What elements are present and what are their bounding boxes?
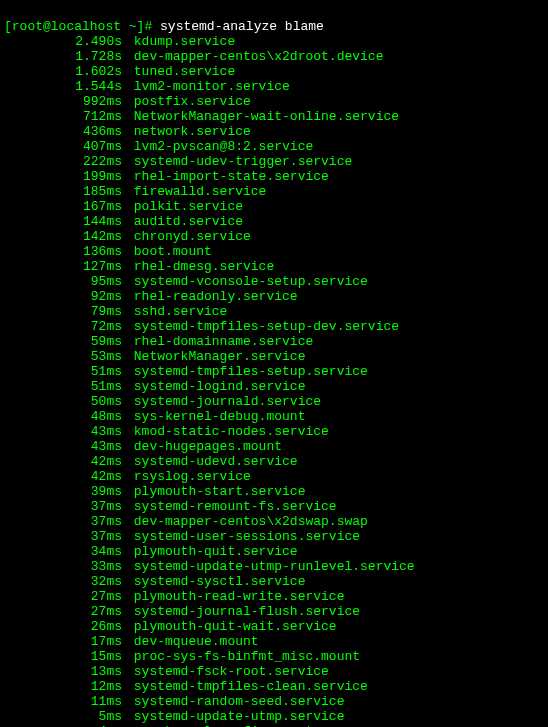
time-value: 167ms (56, 199, 122, 214)
blame-entry: 32ms systemd-sysctl.service (4, 574, 544, 589)
blame-entry: 48ms sys-kernel-debug.mount (4, 409, 544, 424)
time-value: 37ms (56, 514, 122, 529)
blame-entry: 15ms proc-sys-fs-binfmt_misc.mount (4, 649, 544, 664)
service-name: sys-kernel-debug.mount (126, 409, 305, 424)
time-value: 11ms (56, 694, 122, 709)
blame-entry: 51ms systemd-tmpfiles-setup.service (4, 364, 544, 379)
time-value: 32ms (56, 574, 122, 589)
time-value: 26ms (56, 619, 122, 634)
service-name: kdump.service (126, 34, 235, 49)
time-value: 17ms (56, 634, 122, 649)
blame-entry: 27ms plymouth-read-write.service (4, 589, 544, 604)
blame-entry: 92ms rhel-readonly.service (4, 289, 544, 304)
time-value: 136ms (56, 244, 122, 259)
blame-entry: 43ms dev-hugepages.mount (4, 439, 544, 454)
time-value: 1.602s (56, 64, 122, 79)
time-value: 5ms (56, 709, 122, 724)
time-value: 51ms (56, 364, 122, 379)
time-value: 37ms (56, 499, 122, 514)
blame-entry: 39ms plymouth-start.service (4, 484, 544, 499)
time-value: 50ms (56, 394, 122, 409)
time-value: 142ms (56, 229, 122, 244)
blame-entry: 142ms chronyd.service (4, 229, 544, 244)
service-name: systemd-sysctl.service (126, 574, 305, 589)
time-value: 92ms (56, 289, 122, 304)
blame-entry: 11ms systemd-random-seed.service (4, 694, 544, 709)
service-name: dev-mapper-centos\x2dswap.swap (126, 514, 368, 529)
service-name: systemd-udevd.service (126, 454, 298, 469)
time-value: 127ms (56, 259, 122, 274)
time-value: 222ms (56, 154, 122, 169)
time-value: 33ms (56, 559, 122, 574)
blame-entry: 43ms kmod-static-nodes.service (4, 424, 544, 439)
service-name: plymouth-start.service (126, 484, 305, 499)
service-name: systemd-tmpfiles-setup.service (126, 364, 368, 379)
time-value: 712ms (56, 109, 122, 124)
blame-entry: 26ms plymouth-quit-wait.service (4, 619, 544, 634)
blame-entry: 407ms lvm2-pvscan@8:2.service (4, 139, 544, 154)
service-name: systemd-udev-trigger.service (126, 154, 352, 169)
time-value: 144ms (56, 214, 122, 229)
service-name: systemd-update-utmp-runlevel.service (126, 559, 415, 574)
service-name: dev-hugepages.mount (126, 439, 282, 454)
blame-entry: 436ms network.service (4, 124, 544, 139)
blame-entry: 144ms auditd.service (4, 214, 544, 229)
time-value: 12ms (56, 679, 122, 694)
time-value: 1.728s (56, 49, 122, 64)
time-value: 27ms (56, 604, 122, 619)
blame-entry: 72ms systemd-tmpfiles-setup-dev.service (4, 319, 544, 334)
service-name: systemd-tmpfiles-clean.service (126, 679, 368, 694)
service-name: dev-mqueue.mount (126, 634, 259, 649)
time-value: 2.490s (56, 34, 122, 49)
blame-entry: 17ms dev-mqueue.mount (4, 634, 544, 649)
service-name: lvm2-pvscan@8:2.service (126, 139, 313, 154)
time-value: 51ms (56, 379, 122, 394)
time-value: 53ms (56, 349, 122, 364)
time-value: 43ms (56, 424, 122, 439)
service-name: plymouth-quit.service (126, 544, 298, 559)
blame-entry: 37ms systemd-remount-fs.service (4, 499, 544, 514)
command-text: systemd-analyze blame (160, 19, 324, 34)
time-value: 79ms (56, 304, 122, 319)
service-name: systemd-random-seed.service (126, 694, 344, 709)
service-name: systemd-journal-flush.service (126, 604, 360, 619)
blame-entry: 185ms firewalld.service (4, 184, 544, 199)
blame-entry: 50ms systemd-journald.service (4, 394, 544, 409)
prompt-user-host: [root@localhost ~]# (4, 19, 152, 34)
service-name: network.service (126, 124, 251, 139)
service-name: systemd-user-sessions.service (126, 529, 360, 544)
time-value: 34ms (56, 544, 122, 559)
blame-entry: 37ms dev-mapper-centos\x2dswap.swap (4, 514, 544, 529)
blame-entry: 5ms systemd-update-utmp.service (4, 709, 544, 724)
service-name: systemd-vconsole-setup.service (126, 274, 368, 289)
service-name: sshd.service (126, 304, 227, 319)
time-value: 95ms (56, 274, 122, 289)
blame-entry: 136ms boot.mount (4, 244, 544, 259)
time-value: 48ms (56, 409, 122, 424)
service-name: polkit.service (126, 199, 243, 214)
blame-entry: 12ms systemd-tmpfiles-clean.service (4, 679, 544, 694)
blame-entry: 199ms rhel-import-state.service (4, 169, 544, 184)
time-value: 992ms (56, 94, 122, 109)
service-name: systemd-remount-fs.service (126, 499, 337, 514)
service-name: rsyslog.service (126, 469, 251, 484)
time-value: 72ms (56, 319, 122, 334)
blame-entry: 51ms systemd-logind.service (4, 379, 544, 394)
time-value: 27ms (56, 589, 122, 604)
service-name: tuned.service (126, 64, 235, 79)
blame-entry: 1.728s dev-mapper-centos\x2droot.device (4, 49, 544, 64)
service-name: NetworkManager.service (126, 349, 305, 364)
blame-entry: 37ms systemd-user-sessions.service (4, 529, 544, 544)
time-value: 199ms (56, 169, 122, 184)
blame-entry: 712ms NetworkManager-wait-online.service (4, 109, 544, 124)
time-value: 407ms (56, 139, 122, 154)
blame-entry: 79ms sshd.service (4, 304, 544, 319)
service-name: firewalld.service (126, 184, 266, 199)
service-name: rhel-import-state.service (126, 169, 329, 184)
prompt-line: [root@localhost ~]# systemd-analyze blam… (4, 19, 324, 34)
time-value: 39ms (56, 484, 122, 499)
blame-entry: 27ms systemd-journal-flush.service (4, 604, 544, 619)
service-name: systemd-fsck-root.service (126, 664, 329, 679)
service-name: systemd-logind.service (126, 379, 305, 394)
blame-output: 2.490s kdump.service1.728s dev-mapper-ce… (4, 34, 544, 727)
